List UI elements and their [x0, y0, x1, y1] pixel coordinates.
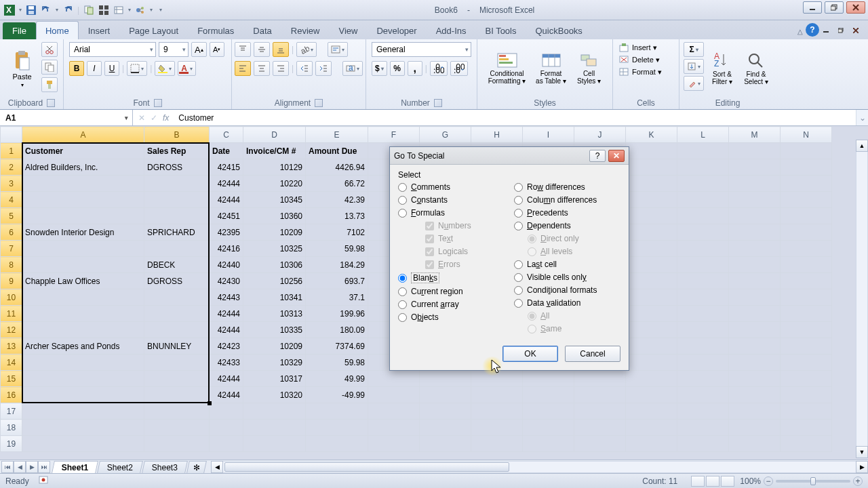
close-button[interactable] — [846, 1, 865, 14]
cell-D5[interactable]: 10360 — [243, 208, 306, 224]
cell-B15[interactable] — [144, 371, 210, 387]
cell-A15[interactable] — [22, 371, 144, 387]
cell-A17[interactable] — [22, 403, 144, 420]
option-objects[interactable]: Objects — [398, 312, 505, 322]
undo-dropdown-icon[interactable]: ▾ — [56, 7, 58, 13]
cell-D15[interactable]: 10317 — [243, 371, 306, 387]
workbook-close-button[interactable] — [853, 26, 868, 37]
cell-D14[interactable]: 10329 — [243, 354, 306, 371]
underline-button[interactable]: U — [104, 61, 119, 76]
cell-B3[interactable] — [144, 176, 210, 192]
cell-L5[interactable] — [677, 208, 729, 224]
column-header-I[interactable]: I — [523, 127, 574, 143]
row-header-4[interactable]: 4 — [1, 192, 22, 208]
cell-M9[interactable] — [729, 273, 781, 289]
option-dependents[interactable]: Dependents — [514, 221, 620, 230]
row-header-16[interactable]: 16 — [1, 387, 22, 403]
conditional-formatting-button[interactable]: ConditionalFormatting ▾ — [485, 42, 530, 95]
align-bottom-button[interactable] — [273, 42, 289, 57]
align-middle-button[interactable] — [254, 42, 270, 57]
cell-N10[interactable] — [781, 289, 832, 306]
cell-E9[interactable]: 693.7 — [306, 273, 368, 289]
cell-H17[interactable] — [471, 403, 523, 420]
cell-A1[interactable]: Customer — [22, 143, 144, 159]
cell-L19[interactable] — [677, 436, 729, 452]
ribbon-minimize-icon[interactable]: △ — [797, 28, 803, 35]
decrease-decimal-button[interactable]: .00.0 — [450, 61, 468, 76]
cell-G17[interactable] — [420, 403, 471, 420]
cell-K3[interactable] — [626, 176, 677, 192]
alignment-launcher[interactable] — [315, 99, 323, 107]
cell-K7[interactable] — [626, 241, 677, 257]
cell-E3[interactable]: 66.72 — [306, 176, 368, 192]
cell-M19[interactable] — [729, 436, 781, 452]
cell-I18[interactable] — [523, 420, 574, 436]
expand-formula-bar-icon[interactable]: ⌄ — [856, 110, 868, 125]
cell-N8[interactable] — [781, 257, 832, 273]
column-header-G[interactable]: G — [420, 127, 471, 143]
row-header-11[interactable]: 11 — [1, 306, 22, 322]
cell-D17[interactable] — [243, 403, 306, 420]
cell-M5[interactable] — [729, 208, 781, 224]
qat-dropdown2-icon[interactable]: ▾ — [128, 7, 131, 13]
option-array[interactable]: Current array — [398, 300, 505, 309]
cell-M3[interactable] — [729, 176, 781, 192]
cell-C16[interactable]: 42444 — [210, 387, 243, 403]
column-header-A[interactable]: A — [22, 127, 144, 143]
cell-L18[interactable] — [677, 420, 729, 436]
cell-D3[interactable]: 10220 — [243, 176, 306, 192]
clear-button[interactable] — [684, 76, 704, 91]
cell-J18[interactable] — [574, 420, 626, 436]
option-precedents[interactable]: Precedents — [514, 208, 620, 218]
column-header-M[interactable]: M — [729, 127, 781, 143]
cell-L6[interactable] — [677, 224, 729, 241]
scroll-right-button[interactable]: ▶ — [856, 461, 868, 473]
cell-C8[interactable]: 42440 — [210, 257, 243, 273]
cell-I15[interactable] — [523, 371, 574, 387]
font-launcher[interactable] — [154, 99, 162, 107]
cell-E14[interactable]: 59.98 — [306, 354, 368, 371]
tab-quickbooks[interactable]: QuickBooks — [526, 21, 592, 39]
row-header-13[interactable]: 13 — [1, 338, 22, 354]
cell-C3[interactable]: 42444 — [210, 176, 243, 192]
cell-H16[interactable] — [471, 387, 523, 403]
tab-nav-last[interactable]: ⏭ — [38, 461, 50, 473]
column-header-E[interactable]: E — [306, 127, 368, 143]
minimize-button[interactable] — [803, 1, 822, 14]
cell-F18[interactable] — [368, 420, 420, 436]
row-header-5[interactable]: 5 — [1, 208, 22, 224]
cell-K5[interactable] — [626, 208, 677, 224]
decrease-indent-button[interactable] — [296, 61, 313, 76]
tab-formulas[interactable]: Formulas — [188, 21, 243, 39]
file-tab[interactable]: File — [3, 22, 36, 39]
column-header-H[interactable]: H — [471, 127, 523, 143]
cell-M12[interactable] — [729, 322, 781, 338]
cell-K15[interactable] — [626, 371, 677, 387]
increase-decimal-button[interactable]: .0.00 — [430, 61, 448, 76]
cell-A9[interactable]: Chapple Law Offices — [22, 273, 144, 289]
cell-K9[interactable] — [626, 273, 677, 289]
row-header-7[interactable]: 7 — [1, 241, 22, 257]
align-center-button[interactable] — [254, 61, 270, 76]
column-header-K[interactable]: K — [626, 127, 677, 143]
cell-F15[interactable] — [368, 371, 420, 387]
cell-B12[interactable] — [144, 322, 210, 338]
cell-B2[interactable]: DGROSS — [144, 159, 210, 176]
cell-A7[interactable] — [22, 241, 144, 257]
cell-A5[interactable] — [22, 208, 144, 224]
column-header-C[interactable]: C — [210, 127, 243, 143]
cell-K4[interactable] — [626, 192, 677, 208]
row-header-1[interactable]: 1 — [1, 143, 22, 159]
dialog-help-button[interactable]: ? — [589, 150, 606, 162]
workbook-restore-button[interactable] — [838, 26, 853, 37]
cell-E18[interactable] — [306, 420, 368, 436]
cell-N6[interactable] — [781, 224, 832, 241]
cell-B10[interactable] — [144, 289, 210, 306]
qat-customize-icon[interactable]: ▾ — [159, 7, 162, 13]
cell-E7[interactable]: 59.98 — [306, 241, 368, 257]
cell-M4[interactable] — [729, 192, 781, 208]
new-sheet-button[interactable]: ✻ — [187, 461, 208, 473]
cell-D19[interactable] — [243, 436, 306, 452]
cell-A10[interactable] — [22, 289, 144, 306]
cell-K2[interactable] — [626, 159, 677, 176]
